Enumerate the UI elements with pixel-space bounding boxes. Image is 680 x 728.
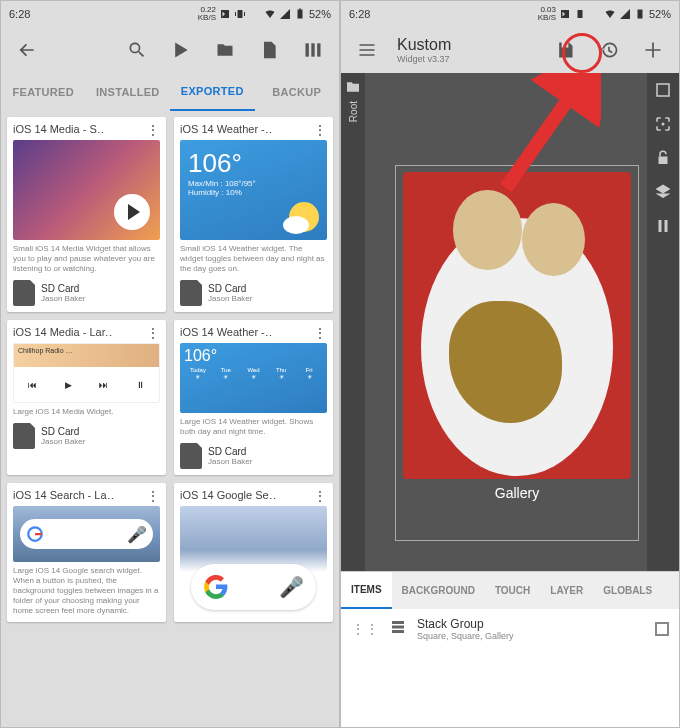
card-thumb [13, 140, 160, 240]
btab-touch[interactable]: TOUCH [485, 572, 540, 609]
bluetooth-icon [589, 8, 601, 20]
card-title: iOS 14 Media - S‥ [13, 123, 146, 136]
layer-detail: Square, Square, Gallery [417, 631, 645, 641]
tab-installed[interactable]: INSTALLED [86, 73, 171, 111]
status-time: 6:28 [349, 8, 370, 20]
google-logo-icon [203, 574, 229, 600]
search-pill: 🎤 [20, 519, 152, 549]
svg-rect-2 [299, 9, 301, 10]
btab-layer[interactable]: LAYER [540, 572, 593, 609]
overflow-icon[interactable]: ⋮ [146, 330, 160, 336]
widget-card[interactable]: iOS 14 Weather -‥⋮ 106° Max/Min : 108°/9… [174, 117, 333, 312]
toolbar-left [1, 27, 339, 73]
widget-card[interactable]: iOS 14 Google Se‥⋮ 🎤 [174, 483, 333, 622]
battery-icon [294, 8, 306, 20]
gallery-label: Gallery [495, 485, 539, 501]
nfc-icon [219, 8, 231, 20]
status-bar: 6:28 0.22KB/S 52% [1, 1, 339, 27]
canvas[interactable]: Gallery [365, 73, 647, 571]
sun-icon [289, 202, 319, 232]
vibrate-icon [234, 8, 246, 20]
menu-icon[interactable] [347, 30, 387, 70]
btab-globals[interactable]: GLOBALS [593, 572, 662, 609]
stack-icon [389, 618, 407, 640]
svg-rect-16 [392, 630, 404, 633]
widget-card[interactable]: iOS 14 Search - La‥⋮ 🎤 Large iOS 14 Goog… [7, 483, 166, 622]
focus-icon[interactable] [654, 115, 672, 133]
tab-exported[interactable]: EXPORTED [170, 73, 255, 111]
layer-row[interactable]: ⋮⋮ Stack Group Square, Square, Gallery [341, 609, 679, 649]
card-thumb: 106° Max/Min : 108°/95° Humidity : 10% [180, 140, 327, 240]
history-icon[interactable] [589, 30, 629, 70]
battery-pct: 52% [309, 8, 331, 20]
search-pill-large: 🎤 [191, 564, 316, 610]
overflow-icon[interactable]: ⋮ [313, 330, 327, 336]
back-button[interactable] [7, 30, 47, 70]
status-time: 6:28 [9, 8, 30, 20]
card-desc: Large iOS 14 Weather widget. Shows both … [180, 417, 327, 437]
layer-checkbox[interactable] [655, 622, 669, 636]
signal-icon [279, 8, 291, 20]
status-bar: 6:28 0.03KB/S 52% [341, 1, 679, 27]
square-icon[interactable] [654, 81, 672, 99]
svg-rect-12 [659, 220, 662, 232]
overflow-icon[interactable]: ⋮ [146, 493, 160, 499]
svg-rect-13 [665, 220, 668, 232]
widget-card[interactable]: iOS 14 Media - Lar‥⋮ Chillhop Radio … ⏮▶… [7, 320, 166, 475]
vertical-tab-root[interactable]: Root [341, 73, 365, 571]
mic-icon: 🎤 [127, 525, 147, 544]
side-toolbar [647, 73, 679, 571]
gallery-image [403, 172, 630, 479]
card-grid[interactable]: iOS 14 Media - S‥⋮ Small iOS 14 Media Wi… [1, 111, 339, 727]
phone-right: 6:28 0.03KB/S 52% Kustom Widget v3.37 [340, 0, 680, 728]
google-logo-icon [26, 525, 44, 543]
svg-rect-3 [306, 43, 309, 56]
wifi-icon [264, 8, 276, 20]
sd-icon [13, 423, 35, 449]
card-thumb: 106° Today☀Tue☀Wed☀Thu☀Fri☀ [180, 343, 327, 413]
pause-icon[interactable] [654, 217, 672, 235]
app-title: Kustom [397, 36, 541, 54]
search-icon[interactable] [117, 30, 157, 70]
tab-backup[interactable]: BACKUP [255, 73, 340, 111]
app-subtitle: Widget v3.37 [397, 54, 541, 64]
columns-icon[interactable] [293, 30, 333, 70]
widget-frame[interactable]: Gallery [395, 165, 639, 541]
card-title: iOS 14 Search - La‥ [13, 489, 146, 502]
svg-rect-9 [657, 84, 669, 96]
overflow-icon[interactable]: ⋮ [313, 493, 327, 499]
svg-point-10 [662, 123, 665, 126]
card-title: iOS 14 Media - Lar‥ [13, 326, 146, 339]
overflow-icon[interactable]: ⋮ [313, 127, 327, 133]
btab-background[interactable]: BACKGROUND [392, 572, 485, 609]
tab-featured[interactable]: FEATURED [1, 73, 86, 111]
svg-rect-11 [659, 157, 668, 165]
widget-card[interactable]: iOS 14 Weather -‥⋮ 106° Today☀Tue☀Wed☀Th… [174, 320, 333, 475]
svg-rect-1 [297, 10, 302, 19]
card-desc: Large iOS 14 Media Widget. [13, 407, 160, 417]
play-store-icon[interactable] [161, 30, 201, 70]
svg-rect-7 [577, 10, 582, 18]
folder-icon[interactable] [205, 30, 245, 70]
widget-card[interactable]: iOS 14 Media - S‥⋮ Small iOS 14 Media Wi… [7, 117, 166, 312]
add-button[interactable] [633, 30, 673, 70]
sd-icon [180, 443, 202, 469]
drag-handle-icon[interactable]: ⋮⋮ [351, 621, 379, 637]
layers-icon[interactable] [654, 183, 672, 201]
sd-icon [13, 280, 35, 306]
svg-rect-15 [392, 626, 404, 629]
svg-rect-4 [311, 43, 314, 56]
card-desc: Small iOS 14 Weather widget. The widget … [180, 244, 327, 274]
card-title: iOS 14 Weather -‥ [180, 326, 313, 339]
folder-icon [345, 79, 361, 95]
svg-rect-14 [392, 621, 404, 624]
overflow-icon[interactable]: ⋮ [146, 127, 160, 133]
card-thumb: 🎤 [13, 506, 160, 562]
play-icon [114, 194, 150, 230]
vibrate-icon [574, 8, 586, 20]
card-title: iOS 14 Weather -‥ [180, 123, 313, 136]
lock-icon[interactable] [654, 149, 672, 167]
btab-items[interactable]: ITEMS [341, 572, 392, 609]
file-icon[interactable] [249, 30, 289, 70]
save-button[interactable] [545, 30, 585, 70]
